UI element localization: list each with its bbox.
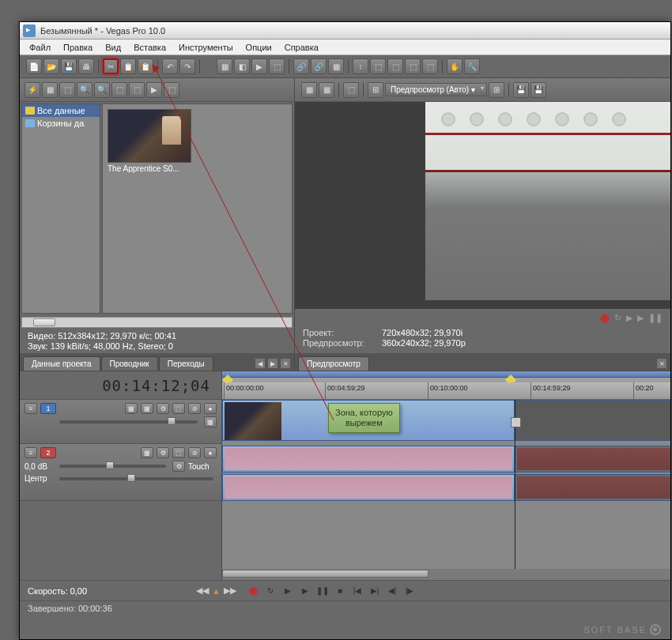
new-icon[interactable]: 📄 <box>26 58 42 74</box>
tab-preview[interactable]: Предпросмотр <box>298 356 369 371</box>
strip-icon[interactable]: ⚡ <box>25 82 40 98</box>
tool-icon[interactable]: ↕ <box>353 58 368 74</box>
shuttle-next-icon[interactable]: ▶▶ <box>224 585 236 596</box>
audio-track-row[interactable]: 12 24 36 48 <box>222 446 670 501</box>
track-btn-icon[interactable]: ⬚ <box>172 403 185 414</box>
preview-quality-dropdown[interactable]: Предпросмотр (Авто) ▾ <box>385 83 487 96</box>
play-icon[interactable]: ▶ <box>626 313 632 323</box>
automation-icon[interactable]: ⚙ <box>172 461 185 472</box>
preview-tool-icon[interactable]: ⊞ <box>368 82 383 98</box>
save-icon[interactable]: 💾 <box>61 58 77 74</box>
tool-icon[interactable]: 🔗 <box>311 58 327 74</box>
video-clip[interactable] <box>515 400 670 441</box>
track-min-icon[interactable]: ≡ <box>25 447 37 458</box>
tab-project-data[interactable]: Данные проекта <box>23 356 100 371</box>
tab-transitions[interactable]: Переходы <box>159 356 213 371</box>
pan-slider[interactable] <box>59 477 213 480</box>
record-icon[interactable]: ⬤ <box>600 313 610 323</box>
preview-tool-icon[interactable]: ▦ <box>319 82 334 98</box>
mute-icon[interactable]: ⊘ <box>188 447 201 458</box>
tool-icon[interactable]: ▦ <box>217 58 232 74</box>
undo-icon[interactable]: ↶ <box>162 58 178 74</box>
tool-icon[interactable]: ⬚ <box>405 58 421 74</box>
track-btn-icon[interactable]: ▦ <box>125 403 138 414</box>
record-icon[interactable]: ⬤ <box>246 585 260 597</box>
thumbnail-area[interactable]: The Apprentice S0... <box>102 104 293 314</box>
play-icon[interactable]: ▶ <box>298 585 312 597</box>
tool-icon[interactable]: ⬚ <box>422 58 438 74</box>
tool-icon[interactable]: 🔗 <box>293 58 309 74</box>
zoomout-icon[interactable]: 🔍 <box>77 82 92 98</box>
copy-icon[interactable]: 📋 <box>120 58 136 74</box>
timeline-body[interactable]: 00:00:00:00 00:04:59;29 00:10:00:00 00:1… <box>222 371 670 580</box>
preview-tool-icon[interactable]: ⊞ <box>489 82 504 98</box>
play-start-icon[interactable]: ▶ <box>281 585 295 597</box>
tool-icon[interactable]: ⬚ <box>387 58 403 74</box>
go-end-icon[interactable]: ▶| <box>368 585 382 597</box>
video-track-header[interactable]: ≡ 1 ▦ ▦ ⚙ ⬚ ⊘ ● ▦ <box>20 400 221 444</box>
strip-icon[interactable]: ▦ <box>42 82 58 98</box>
tool-icon[interactable]: ▦ <box>328 58 344 74</box>
time-ruler[interactable]: 00:00:00:00 00:04:59;29 00:10:00:00 00:1… <box>222 382 670 400</box>
audio-track-header[interactable]: ≡ 2 ▦ ⚙ ⬚ ⊘ ● 0,0 dB ⚙ Touch Центр <box>20 444 221 501</box>
print-icon[interactable]: 🖶 <box>78 58 94 74</box>
zoomin-icon[interactable]: 🔍 <box>94 82 110 98</box>
media-clip[interactable]: The Apprentice S0... <box>108 109 191 173</box>
menu-tools[interactable]: Инструменты <box>172 41 240 54</box>
preview-tool-icon[interactable]: 💾 <box>530 82 546 98</box>
shuttle-center-icon[interactable]: ▲ <box>212 586 221 596</box>
tool-icon[interactable]: ⬚ <box>370 58 386 74</box>
strip-icon[interactable]: ⬚ <box>164 82 179 98</box>
tree-bins[interactable]: Корзины да <box>22 117 100 130</box>
tool-icon[interactable]: ▶ <box>251 58 267 74</box>
shuttle-control[interactable]: ◀◀ ▲ ▶▶ <box>196 585 236 596</box>
video-track-row[interactable] <box>222 400 670 442</box>
open-icon[interactable]: 📂 <box>43 58 59 74</box>
menu-view[interactable]: Вид <box>99 41 127 54</box>
tab-next-icon[interactable]: ▶ <box>267 358 278 369</box>
media-tree[interactable]: Все данные Корзины да <box>21 104 100 314</box>
track-fx-icon[interactable]: ⚙ <box>157 447 169 458</box>
track-fx-icon[interactable]: ⚙ <box>157 403 169 414</box>
tab-close-icon[interactable]: ✕ <box>280 358 291 369</box>
play-icon[interactable]: ▶ <box>146 82 162 98</box>
tracks-area[interactable]: 12 24 36 48 Зона, которую вырежем <box>222 400 670 569</box>
paste-icon[interactable]: 📋 <box>138 58 153 74</box>
tree-scrollbar[interactable] <box>21 317 293 328</box>
solo-icon[interactable]: ● <box>204 403 217 414</box>
menu-file[interactable]: Файл <box>23 41 57 54</box>
menu-options[interactable]: Опции <box>240 41 278 54</box>
tab-explorer[interactable]: Проводник <box>101 356 158 371</box>
cut-icon[interactable]: ✂ <box>103 58 119 74</box>
track-min-icon[interactable]: ≡ <box>25 403 37 414</box>
tool-icon[interactable]: ⬚ <box>269 58 285 74</box>
track-btn-icon[interactable]: ▦ <box>141 403 153 414</box>
tool-icon[interactable]: ◧ <box>234 58 250 74</box>
tree-all-media[interactable]: Все данные <box>22 104 100 117</box>
shuttle-prev-icon[interactable]: ◀◀ <box>196 585 209 596</box>
track-btn-icon[interactable]: ▦ <box>141 447 153 458</box>
pause-icon[interactable]: ❚❚ <box>315 585 330 597</box>
loop-icon[interactable]: ↻ <box>614 313 621 323</box>
audio-clip[interactable] <box>222 474 515 501</box>
selection-bar[interactable] <box>222 371 670 378</box>
preview-tool-icon[interactable]: ⬚ <box>343 82 359 98</box>
wrench-icon[interactable]: 🔧 <box>464 58 480 74</box>
strip-icon[interactable]: ⬚ <box>59 82 75 98</box>
track-btn-icon[interactable]: ▦ <box>204 416 217 427</box>
strip-icon[interactable]: ⬚ <box>111 82 127 98</box>
volume-slider[interactable] <box>59 465 166 468</box>
pause-icon[interactable]: ❚❚ <box>648 313 663 323</box>
mute-icon[interactable]: ⊘ <box>188 403 201 414</box>
menu-edit[interactable]: Правка <box>57 41 99 54</box>
next-frame-icon[interactable]: |▶ <box>402 585 417 597</box>
scrollbar-thumb[interactable] <box>33 318 55 326</box>
audio-clip[interactable] <box>515 446 670 472</box>
stop-icon[interactable]: ■ <box>333 585 347 597</box>
scrollbar-thumb[interactable] <box>222 570 428 578</box>
hand-icon[interactable]: ✋ <box>447 58 462 74</box>
menu-insert[interactable]: Вставка <box>127 41 172 54</box>
go-start-icon[interactable]: |◀ <box>350 585 364 597</box>
preview-tool-icon[interactable]: ▦ <box>301 82 317 98</box>
strip-icon[interactable]: ⬚ <box>129 82 145 98</box>
